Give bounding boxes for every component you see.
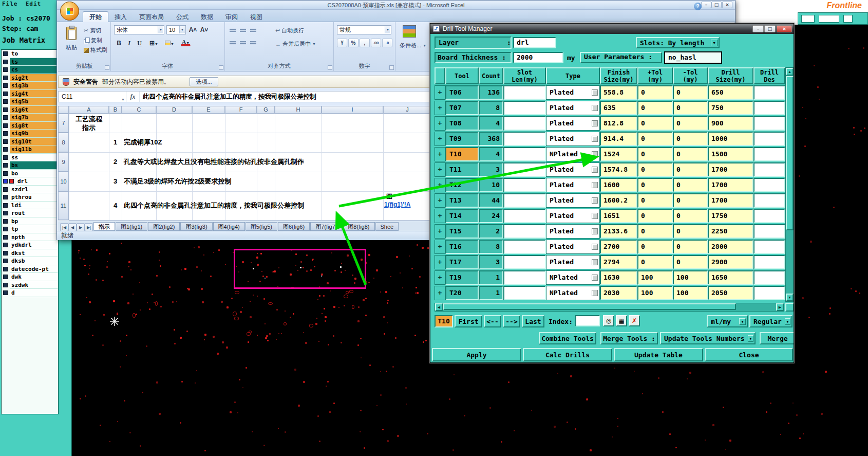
update-tools-numbers-select[interactable]: Update Tools Numbers▼: [660, 332, 756, 344]
layer-select-box[interactable]: [3, 147, 8, 152]
calc-drills-button[interactable]: Calc Drills: [523, 348, 612, 361]
layer-select-box[interactable]: [3, 211, 8, 215]
layer-color-box[interactable]: [9, 179, 14, 184]
layer-row-ydkdrl[interactable]: ydkdrl: [2, 241, 58, 249]
plus-tol-input-T07[interactable]: 0: [637, 101, 673, 115]
minus-tol-input-T17[interactable]: 0: [673, 255, 708, 269]
layer-row-sig6t[interactable]: sig6t: [2, 106, 58, 114]
slot-len-input-T10[interactable]: [503, 147, 546, 161]
minus-tol-input-T19[interactable]: 100: [673, 270, 708, 285]
layer-name-d[interactable]: d: [10, 289, 58, 297]
tool-cell-T07[interactable]: T07: [445, 101, 479, 115]
layer-select-box[interactable]: [3, 179, 8, 184]
layer-name-dwk[interactable]: dwk: [10, 273, 58, 281]
tool-cell-T06[interactable]: T06: [445, 85, 479, 100]
delete-tool-icon[interactable]: ✗: [629, 315, 640, 326]
drill-size-input-T15[interactable]: 2250: [708, 224, 753, 239]
slot-len-input-T17[interactable]: [503, 255, 546, 269]
cell-text-row10[interactable]: 不满足3级的焊环允许按2级要求控制: [124, 172, 231, 191]
type-select-T12[interactable]: Plated: [546, 178, 600, 192]
finish-size-input-T11[interactable]: 1574.8: [600, 162, 637, 177]
layer-row-sig9b[interactable]: sig9b: [2, 130, 58, 138]
cell-text-row11[interactable]: 此四个点亮的非金属孔注意加工的精度，按我司极限公差控制: [124, 191, 304, 220]
drill-size-input-T08[interactable]: 900: [708, 116, 753, 131]
first-button[interactable]: First: [455, 315, 482, 327]
plus-tol-input-T12[interactable]: 0: [637, 178, 673, 192]
layer-name-sig7b[interactable]: sig7b: [10, 114, 58, 122]
plus-tol-input-T16[interactable]: 0: [637, 240, 673, 254]
layer-name-cs[interactable]: cs: [10, 66, 58, 74]
drill-des-input-T07[interactable]: [753, 101, 785, 115]
column-header-G[interactable]: G: [257, 106, 275, 114]
cell-hyperlink[interactable]: 1(fig1)'!A: [384, 201, 411, 208]
layer-name-sig4t[interactable]: sig4t: [10, 90, 58, 98]
layer-name-bo[interactable]: bo: [10, 170, 58, 178]
layer-select-box[interactable]: [3, 51, 8, 56]
layer-row-ss[interactable]: ss: [2, 154, 58, 162]
plus-tol-input-T10[interactable]: 0: [637, 147, 673, 161]
toolbar-field[interactable]: [819, 15, 839, 23]
layer-row-rout[interactable]: rout: [2, 209, 58, 217]
slot-len-input-T06[interactable]: [503, 85, 546, 100]
column-header-E[interactable]: E: [192, 106, 225, 114]
layer-row-sig2t[interactable]: sig2t: [2, 74, 58, 82]
plus-tol-input-T08[interactable]: 0: [637, 116, 673, 131]
type-dropdown-icon[interactable]: [592, 105, 598, 111]
minus-tol-input-T12[interactable]: 0: [673, 178, 708, 192]
slot-len-input-T12[interactable]: [503, 178, 546, 192]
layer-row-dkst[interactable]: dkst: [2, 249, 58, 258]
layer-row-szdwk[interactable]: szdwk: [2, 281, 58, 289]
column-header-J[interactable]: J: [383, 106, 431, 114]
scrollbar-thumb[interactable]: [786, 76, 794, 230]
layer-row-drl[interactable]: drl: [2, 177, 58, 186]
layer-row-bp[interactable]: bp: [2, 217, 58, 226]
layer-name-rout[interactable]: rout: [10, 209, 58, 217]
slot-len-input-T08[interactable]: [503, 116, 546, 131]
row-header-8[interactable]: 8: [58, 133, 69, 152]
drill-des-input-T10[interactable]: [753, 147, 785, 161]
minus-tol-input-T13[interactable]: 0: [673, 193, 708, 208]
drill-des-input-T06[interactable]: [753, 85, 785, 100]
type-dropdown-icon[interactable]: [592, 120, 598, 126]
cell-note[interactable]: 图: [386, 192, 392, 201]
cell-number[interactable]: 4: [109, 191, 122, 220]
layer-row-d[interactable]: d: [2, 289, 58, 297]
layer-row-sig3b[interactable]: sig3b: [2, 82, 58, 90]
minus-tol-input-T06[interactable]: 0: [673, 85, 708, 100]
slot-len-input-T09[interactable]: [503, 132, 546, 146]
layer-name-drl[interactable]: drl: [16, 177, 58, 186]
finish-size-input-T15[interactable]: 2133.6: [600, 224, 637, 239]
merge-button[interactable]: Merge: [760, 332, 794, 344]
sheet-nav-icon-0[interactable]: |◀: [60, 223, 68, 231]
finish-size-input-T16[interactable]: 2700: [600, 240, 637, 254]
layer-row-sig8t[interactable]: sig8t: [2, 122, 58, 130]
finish-size-input-T12[interactable]: 1600: [600, 178, 637, 192]
slot-len-input-T15[interactable]: [503, 224, 546, 239]
layer-name-sig10t[interactable]: sig10t: [10, 138, 58, 146]
drill-row-icon[interactable]: +: [435, 162, 445, 177]
finish-size-input-T09[interactable]: 914.4: [600, 132, 637, 146]
plus-tol-input-T14[interactable]: 0: [637, 209, 673, 223]
layer-select-box[interactable]: [3, 76, 8, 80]
layer-select-box[interactable]: [3, 107, 8, 112]
finish-size-input-T13[interactable]: 1600.2: [600, 193, 637, 208]
sheet-tab-1[interactable]: 图1(fig1): [116, 222, 147, 231]
prev-button[interactable]: <--: [484, 315, 501, 327]
tool-cell-T11[interactable]: T11: [445, 162, 479, 177]
layer-name-sig9b[interactable]: sig9b: [10, 130, 58, 138]
apply-button[interactable]: Apply: [432, 348, 521, 361]
slot-len-input-T19[interactable]: [503, 270, 546, 285]
type-dropdown-icon[interactable]: [592, 244, 598, 250]
layer-select-box[interactable]: [3, 155, 8, 160]
layer-select-box[interactable]: [3, 219, 8, 224]
scroll-up-icon[interactable]: ▲: [786, 68, 794, 76]
sheet-tab-6[interactable]: 图6(fig6): [278, 222, 310, 231]
layer-select-box[interactable]: [3, 92, 8, 96]
layer-name-bp[interactable]: bp: [10, 217, 58, 226]
layer-name-dkst[interactable]: dkst: [10, 249, 58, 258]
drill-row-icon[interactable]: +: [435, 286, 445, 300]
cell-A7[interactable]: 工艺流程 指示: [69, 114, 109, 133]
layer-name-ydkdrl[interactable]: ydkdrl: [10, 241, 58, 249]
layer-select-box[interactable]: [3, 195, 8, 199]
drill-size-input-T11[interactable]: 1700: [708, 162, 753, 177]
